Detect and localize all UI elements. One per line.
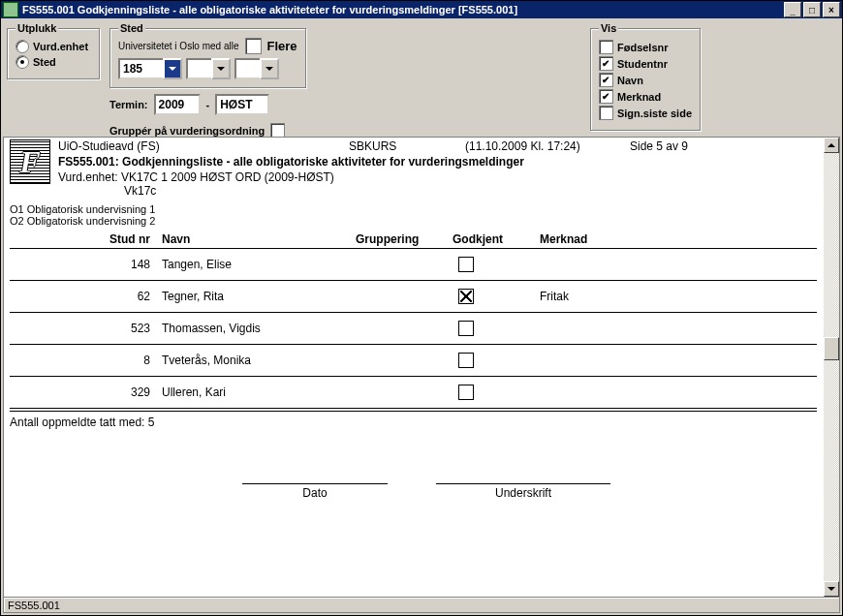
doc-enhet-sub: Vk17c xyxy=(124,184,817,198)
chk-navn[interactable]: Navn xyxy=(599,73,692,87)
th-studnr: Stud nr xyxy=(92,232,162,246)
cell-studnr: 329 xyxy=(92,385,162,399)
app-icon xyxy=(3,2,18,17)
titlebar: FS555.001 Godkjenningsliste - alle oblig… xyxy=(1,1,842,18)
vis-legend: Vis xyxy=(599,22,618,34)
chk-merknad[interactable]: Merknad xyxy=(599,89,692,104)
sted-group: Sted Universitetet i Oslo med alle Flere… xyxy=(109,22,306,88)
scroll-track[interactable] xyxy=(824,153,839,581)
cell-studnr: 148 xyxy=(92,258,162,271)
doc-datetime: (11.10.2009 Kl. 17:24) xyxy=(465,139,630,153)
doc-org: UiO-Studieavd (FS) xyxy=(58,139,349,153)
report-area: F UiO-Studieavd (FS) SBKURS (11.10.2009 … xyxy=(3,137,840,598)
vertical-scrollbar[interactable] xyxy=(824,138,839,597)
godkjent-checkbox[interactable] xyxy=(458,257,474,272)
sted-hint: Universitetet i Oslo med alle xyxy=(118,41,239,51)
doc-page: Side 5 av 9 xyxy=(630,139,817,153)
table-row: 523Thomassen, Vigdis xyxy=(10,313,817,345)
scroll-up-button[interactable] xyxy=(824,138,839,153)
scroll-thumb[interactable] xyxy=(824,337,839,360)
cell-studnr: 62 xyxy=(92,290,162,303)
oblig-1: O1 Obligatorisk undervisning 1 xyxy=(10,203,817,215)
th-godkjent: Godkjent xyxy=(453,232,540,246)
vis-group: Vis Fødselsnr Studentnr Navn Merknad Sig… xyxy=(590,22,701,131)
sted-legend: Sted xyxy=(118,22,145,34)
cell-name: Tangen, Elise xyxy=(162,258,356,271)
fs-logo-icon: F xyxy=(10,139,50,184)
chk-studentnr[interactable]: Studentnr xyxy=(599,56,692,71)
flere-checkbox[interactable] xyxy=(245,38,262,54)
th-merknad: Merknad xyxy=(540,232,817,246)
filter-panel: Utplukk Vurd.enhet Sted Sted Universitet… xyxy=(1,18,842,143)
group-label: Gruppér på vurderingsordning xyxy=(109,125,265,137)
cell-merknad: Fritak xyxy=(540,290,817,303)
sig-dato: Dato xyxy=(242,483,388,500)
count-line: Antall oppmeldte tatt med: 5 xyxy=(10,416,817,429)
cell-name: Ulleren, Kari xyxy=(162,385,356,399)
cell-name: Tveterås, Monika xyxy=(162,354,356,367)
sig-underskrift: Underskrift xyxy=(436,483,610,500)
flere-label: Flere xyxy=(267,39,297,53)
scroll-down-button[interactable] xyxy=(824,581,839,597)
godkjent-checkbox[interactable] xyxy=(458,289,474,304)
th-navn: Navn xyxy=(162,232,356,246)
termin-label: Termin: xyxy=(109,99,148,110)
sted-code-input[interactable]: 185 xyxy=(118,58,163,79)
report-viewport: F UiO-Studieavd (FS) SBKURS (11.10.2009 … xyxy=(4,138,823,597)
cell-name: Tegner, Rita xyxy=(162,290,356,303)
close-button[interactable]: × xyxy=(823,2,840,17)
sted-input-3[interactable] xyxy=(234,58,260,79)
cell-studnr: 8 xyxy=(92,354,162,367)
window-title: FS555.001 Godkjenningsliste - alle oblig… xyxy=(22,4,784,15)
table-row: 8Tveterås, Monika xyxy=(10,345,817,377)
radio-icon xyxy=(16,40,29,53)
minimize-button[interactable]: _ xyxy=(784,2,801,17)
chk-sign[interactable]: Sign.siste side xyxy=(599,106,692,120)
radio-sted[interactable]: Sted xyxy=(16,55,91,69)
godkjent-checkbox[interactable] xyxy=(458,321,474,336)
chk-fodselsnr[interactable]: Fødselsnr xyxy=(599,40,692,54)
doc-heading: FS555.001: Godkjenningsliste - alle obli… xyxy=(58,155,817,169)
cell-studnr: 523 xyxy=(92,322,162,335)
table-row: 148Tangen, Elise xyxy=(10,249,817,281)
table-row: 329Ulleren, Kari xyxy=(10,377,817,409)
th-gruppering: Gruppering xyxy=(356,232,453,246)
radio-vurdenhet[interactable]: Vurd.enhet xyxy=(16,40,91,53)
utplukk-group: Utplukk Vurd.enhet Sted xyxy=(7,22,100,79)
status-bar: FS555.001 xyxy=(3,597,840,613)
app-window: FS555.001 Godkjenningsliste - alle oblig… xyxy=(0,0,843,616)
sted-input-2[interactable] xyxy=(186,58,211,79)
doc-code: SBKURS xyxy=(349,139,465,153)
student-table: Stud nr Navn Gruppering Godkjent Merknad… xyxy=(10,231,817,412)
table-row: 62Tegner, RitaFritak xyxy=(10,281,817,313)
termin-year-input[interactable]: 2009 xyxy=(154,94,201,115)
sted-dropdown-2[interactable] xyxy=(211,58,231,79)
sted-dropdown-3[interactable] xyxy=(260,58,279,79)
godkjent-checkbox[interactable] xyxy=(458,385,474,400)
sted-code-dropdown[interactable] xyxy=(163,58,182,79)
radio-icon xyxy=(16,55,29,69)
utplukk-legend: Utplukk xyxy=(16,22,58,34)
cell-name: Thomassen, Vigdis xyxy=(162,322,356,335)
oblig-2: O2 Obligatorisk undervisning 2 xyxy=(10,215,817,227)
termin-sem-input[interactable]: HØST xyxy=(215,94,269,115)
group-checkbox[interactable] xyxy=(270,123,285,138)
maximize-button[interactable]: □ xyxy=(803,2,821,17)
godkjent-checkbox[interactable] xyxy=(458,353,474,368)
